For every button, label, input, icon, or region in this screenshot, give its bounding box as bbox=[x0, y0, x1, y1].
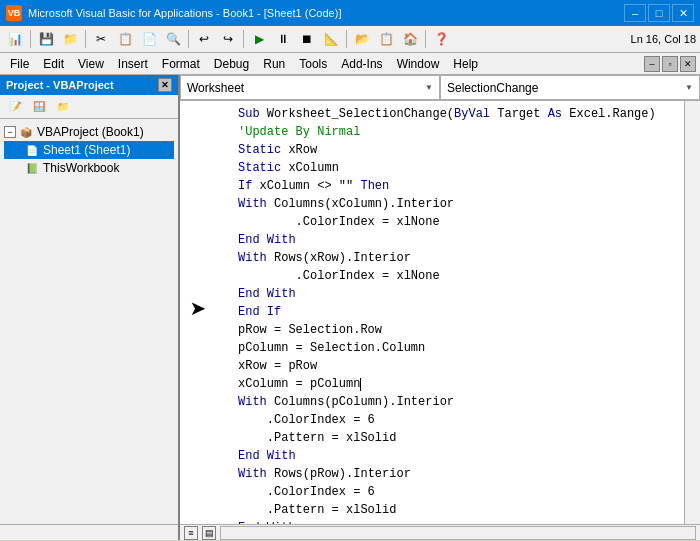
code-line-1-text: Sub Worksheet_SelectionChange(ByVal Targ… bbox=[238, 105, 656, 123]
code-line-11-text: End With bbox=[238, 285, 296, 303]
code-line-23-text: .Pattern = xlSolid bbox=[238, 501, 396, 519]
code-line-13-text: pRow = Selection.Row bbox=[238, 321, 382, 339]
menu-window[interactable]: Window bbox=[391, 55, 446, 73]
props-btn[interactable]: 📋 bbox=[375, 29, 397, 49]
code-line-8: End With bbox=[238, 231, 676, 249]
code-line-18: .ColorIndex = 6 bbox=[238, 411, 676, 429]
code-line-21: With Rows(pRow).Interior bbox=[238, 465, 676, 483]
vbaproject-icon: 📦 bbox=[18, 124, 34, 140]
project-toolbar: 📝 🪟 📁 bbox=[0, 95, 178, 119]
separator-4 bbox=[243, 30, 244, 48]
save-btn[interactable]: 💾 bbox=[35, 29, 57, 49]
code-line-7: .ColorIndex = xlNone bbox=[238, 213, 676, 231]
project-close-btn[interactable]: ✕ bbox=[158, 78, 172, 92]
ln-col-display: Ln 16, Col 18 bbox=[631, 33, 696, 45]
menu-insert[interactable]: Insert bbox=[112, 55, 154, 73]
code-line-20-text: End With bbox=[238, 447, 296, 465]
menu-run[interactable]: Run bbox=[257, 55, 291, 73]
paste-btn[interactable]: 📄 bbox=[138, 29, 160, 49]
view-object-btn[interactable]: 🪟 bbox=[28, 97, 50, 117]
code-line-19-text: .Pattern = xlSolid bbox=[238, 429, 396, 447]
tree-item-thisworkbook[interactable]: 📗 ThisWorkbook bbox=[4, 159, 174, 177]
redo-btn[interactable]: ↪ bbox=[217, 29, 239, 49]
menu-format[interactable]: Format bbox=[156, 55, 206, 73]
inner-minimize-btn[interactable]: – bbox=[644, 56, 660, 72]
toolbar-btn-2[interactable]: 📁 bbox=[59, 29, 81, 49]
menu-view[interactable]: View bbox=[72, 55, 110, 73]
code-header: Worksheet ▼ SelectionChange ▼ bbox=[180, 75, 700, 101]
procedure-view-btn[interactable]: ≡ bbox=[184, 526, 198, 540]
procedure-dropdown-arrow: ▼ bbox=[685, 83, 693, 92]
design-btn[interactable]: 📐 bbox=[320, 29, 342, 49]
tree-expand-vbaproject[interactable]: − bbox=[4, 126, 16, 138]
toggle-folders-btn[interactable]: 📁 bbox=[52, 97, 74, 117]
excel-icon-btn[interactable]: 📊 bbox=[4, 29, 26, 49]
tree-item-sheet1[interactable]: 📄 Sheet1 (Sheet1) bbox=[4, 141, 174, 159]
arrow-indicator: ➤ bbox=[190, 291, 207, 333]
code-line-6: With Columns(xColumn).Interior bbox=[238, 195, 676, 213]
title-bar: VB Microsoft Visual Basic for Applicatio… bbox=[0, 0, 700, 26]
code-line-20: End With bbox=[238, 447, 676, 465]
object-dropdown-value: Worksheet bbox=[187, 81, 244, 95]
horizontal-scrollbar[interactable] bbox=[220, 526, 696, 540]
close-button[interactable]: ✕ bbox=[672, 4, 694, 22]
run-btn[interactable]: ▶ bbox=[248, 29, 270, 49]
tree-label-vbaproject: VBAProject (Book1) bbox=[37, 125, 144, 139]
pause-btn[interactable]: ⏸ bbox=[272, 29, 294, 49]
code-line-13: pRow = Selection.Row bbox=[238, 321, 676, 339]
code-line-17: With Columns(pColumn).Interior bbox=[238, 393, 676, 411]
code-line-7-text: .ColorIndex = xlNone bbox=[238, 213, 440, 231]
toolbar-area: 📊 💾 📁 ✂ 📋 📄 🔍 ↩ ↪ ▶ ⏸ ⏹ 📐 📂 📋 🏠 ❓ Ln 16,… bbox=[0, 26, 700, 53]
menu-edit[interactable]: Edit bbox=[37, 55, 70, 73]
tree-item-vbaproject[interactable]: − 📦 VBAProject (Book1) bbox=[4, 123, 174, 141]
thisworkbook-icon: 📗 bbox=[24, 160, 40, 176]
code-line-9-text: With Rows(xRow).Interior bbox=[238, 249, 411, 267]
code-content: Sub Worksheet_SelectionChange(ByVal Targ… bbox=[188, 105, 676, 524]
minimize-button[interactable]: – bbox=[624, 4, 646, 22]
find-btn[interactable]: 🔍 bbox=[162, 29, 184, 49]
project-header: Project - VBAProject ✕ bbox=[0, 75, 178, 95]
maximize-button[interactable]: □ bbox=[648, 4, 670, 22]
procedure-dropdown[interactable]: SelectionChange ▼ bbox=[440, 75, 700, 100]
cut-btn[interactable]: ✂ bbox=[90, 29, 112, 49]
code-line-3-text: Static xRow bbox=[238, 141, 317, 159]
menu-tools[interactable]: Tools bbox=[293, 55, 333, 73]
object-dropdown[interactable]: Worksheet ▼ bbox=[180, 75, 440, 100]
menu-file[interactable]: File bbox=[4, 55, 35, 73]
inner-close-btn[interactable]: ✕ bbox=[680, 56, 696, 72]
code-line-10: .ColorIndex = xlNone bbox=[238, 267, 676, 285]
code-line-14: pColumn = Selection.Column bbox=[238, 339, 676, 357]
code-line-24: End With bbox=[238, 519, 676, 524]
code-line-19: .Pattern = xlSolid bbox=[238, 429, 676, 447]
code-line-2: 'Update By Nirmal bbox=[238, 123, 676, 141]
project-btn[interactable]: 📂 bbox=[351, 29, 373, 49]
tree-label-sheet1: Sheet1 (Sheet1) bbox=[43, 143, 130, 157]
copy-btn[interactable]: 📋 bbox=[114, 29, 136, 49]
full-module-view-btn[interactable]: ▤ bbox=[202, 526, 216, 540]
help-btn[interactable]: ❓ bbox=[430, 29, 452, 49]
inner-restore-btn[interactable]: ▫ bbox=[662, 56, 678, 72]
menu-help[interactable]: Help bbox=[447, 55, 484, 73]
undo-btn[interactable]: ↩ bbox=[193, 29, 215, 49]
project-tree: − 📦 VBAProject (Book1) 📄 Sheet1 (Sheet1)… bbox=[0, 119, 178, 524]
stop-btn[interactable]: ⏹ bbox=[296, 29, 318, 49]
main-layout: Project - VBAProject ✕ 📝 🪟 📁 − 📦 VBAProj… bbox=[0, 75, 700, 540]
code-line-4: Static xColumn bbox=[238, 159, 676, 177]
objects-btn[interactable]: 🏠 bbox=[399, 29, 421, 49]
text-cursor bbox=[360, 378, 361, 391]
code-line-1: Sub Worksheet_SelectionChange(ByVal Targ… bbox=[238, 105, 676, 123]
code-line-15: xRow = pRow bbox=[238, 357, 676, 375]
code-editor[interactable]: Sub Worksheet_SelectionChange(ByVal Targ… bbox=[180, 101, 684, 524]
toolbar-row-1: 📊 💾 📁 ✂ 📋 📄 🔍 ↩ ↪ ▶ ⏸ ⏹ 📐 📂 📋 🏠 ❓ Ln 16,… bbox=[0, 26, 700, 52]
code-line-21-text: With Rows(pRow).Interior bbox=[238, 465, 411, 483]
window-title: Microsoft Visual Basic for Applications … bbox=[28, 7, 341, 19]
code-line-16: xColumn = pColumn bbox=[238, 375, 676, 393]
menu-debug[interactable]: Debug bbox=[208, 55, 255, 73]
code-line-6-text: With Columns(xColumn).Interior bbox=[238, 195, 454, 213]
project-scrollbar-h[interactable] bbox=[0, 524, 178, 540]
menu-addins[interactable]: Add-Ins bbox=[335, 55, 388, 73]
view-code-btn[interactable]: 📝 bbox=[4, 97, 26, 117]
project-title: Project - VBAProject bbox=[6, 79, 114, 91]
vertical-scrollbar[interactable] bbox=[684, 101, 700, 524]
title-bar-controls[interactable]: – □ ✕ bbox=[624, 4, 694, 22]
